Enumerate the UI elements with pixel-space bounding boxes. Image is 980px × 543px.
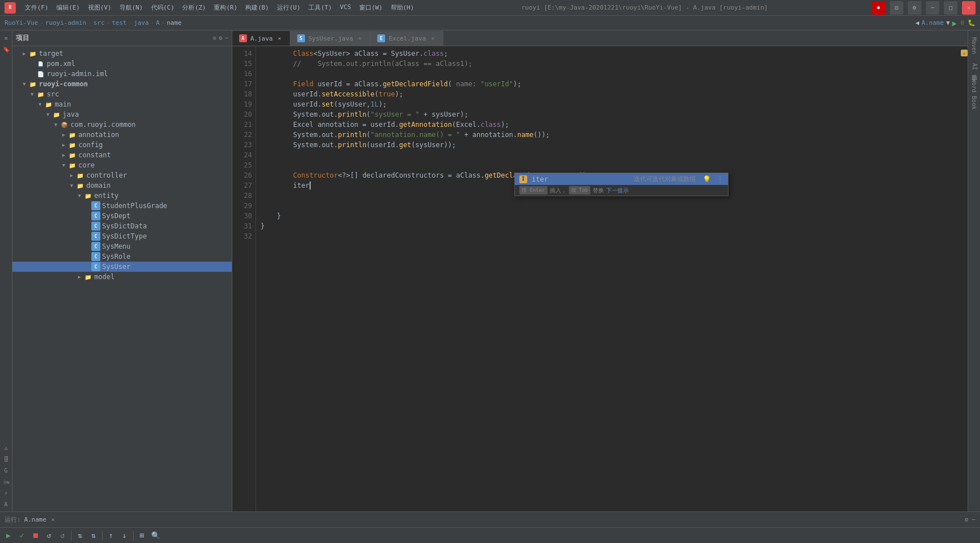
run-up-btn[interactable]: ↑	[105, 529, 117, 542]
tab-Excel-java[interactable]: E Excel.java ✕	[370, 31, 443, 46]
menu-file[interactable]: 文件(F)	[21, 2, 52, 13]
code-line-29	[261, 201, 955, 211]
code-content[interactable]: Class<SysUser> aClass = SysUser.class; /…	[256, 46, 960, 511]
tab-SysUser-java[interactable]: S SysUser.java ✕	[290, 31, 370, 46]
autocomplete-more-btn[interactable]: ⋮	[717, 175, 723, 183]
run-tab[interactable]: A.name ×	[24, 516, 55, 523]
tab-label-Excel: Excel.java	[389, 35, 426, 42]
tree-item-model[interactable]: ▶ 📁 model	[12, 272, 232, 282]
tree-item-core[interactable]: ▼ 📁 core	[12, 160, 232, 170]
tree-item-constant[interactable]: ▶ 📁 constant	[12, 150, 232, 160]
settings-btn[interactable]: ⚙	[908, 1, 921, 15]
tree-item-iml[interactable]: 📄 ruoyi-admin.iml	[12, 69, 232, 79]
tree-item-pom[interactable]: 📄 pom.xml	[12, 59, 232, 69]
structure-btn[interactable]: ≡	[1, 33, 11, 43]
tree-item-entity[interactable]: ▼ 📁 entity	[12, 191, 232, 201]
problems-btn[interactable]: ⚠	[1, 443, 11, 453]
tree-item-controller[interactable]: ▶ 📁 controller	[12, 170, 232, 180]
tree-item-SysMenu[interactable]: C SysMenu	[12, 241, 232, 251]
run-stop-btn[interactable]: ⏹	[29, 529, 42, 542]
code-line-24	[261, 150, 955, 160]
menu-code[interactable]: 代码(C)	[148, 2, 178, 13]
run-expand-btn[interactable]: ⊞	[136, 529, 148, 542]
ai-btn[interactable]: AI助手	[969, 59, 979, 74]
menu-vcs[interactable]: VCS	[337, 2, 355, 13]
aws-btn[interactable]: A	[1, 499, 11, 509]
run-check-btn[interactable]: ✓	[16, 529, 28, 542]
tab-A-java[interactable]: A A.java ✕	[232, 31, 290, 46]
tree-label-package: com.ruoyi.common	[70, 121, 136, 129]
tab-close-Excel[interactable]: ✕	[429, 35, 436, 42]
tree-item-config[interactable]: ▶ 📁 config	[12, 140, 232, 150]
tree-item-main[interactable]: ▼ 📁 main	[12, 99, 232, 109]
tree-item-SysUser[interactable]: C SysUser	[12, 262, 232, 272]
record-btn[interactable]: ●	[872, 1, 885, 15]
run-rerun-btn[interactable]: ↺	[43, 529, 55, 542]
menu-help[interactable]: 帮助(H)	[387, 2, 418, 13]
folder-icon-core: 📁	[68, 161, 77, 170]
menu-view[interactable]: 视图(V)	[85, 2, 115, 13]
tree-item-SysDictData[interactable]: C SysDictData	[12, 221, 232, 231]
breadcrumb-java[interactable]: java	[134, 19, 149, 27]
autocomplete-item-iter[interactable]: I iter 迭代可迭代对象或数组 💡 ⋮	[515, 173, 728, 185]
breadcrumb-test[interactable]: test	[112, 19, 127, 27]
menu-build[interactable]: 构建(B)	[242, 2, 272, 13]
arrow-entity: ▼	[76, 193, 83, 198]
close-btn[interactable]: ✕	[962, 1, 975, 15]
tree-item-SysDept[interactable]: C SysDept	[12, 211, 232, 221]
autocomplete-popup[interactable]: I iter 迭代可迭代对象或数组 💡 ⋮ 按 Enter 插入， 按 Tab …	[514, 173, 729, 196]
run-minimize-btn[interactable]: −	[972, 516, 975, 523]
tab-close-A[interactable]: ✕	[276, 35, 283, 42]
tree-item-StudentPlusGrade[interactable]: C StudentPlusGrade	[12, 201, 232, 211]
menu-run[interactable]: 运行(U)	[273, 2, 304, 13]
wordbook-btn[interactable]: Word Book	[970, 74, 978, 114]
run-filter-btn[interactable]: ⇅	[87, 529, 100, 542]
menu-edit[interactable]: 编辑(E)	[53, 2, 83, 13]
bookmark-btn[interactable]: 🔖	[1, 44, 11, 54]
run-down-btn[interactable]: ↓	[118, 529, 131, 542]
breadcrumb-root[interactable]: RuoYi-Vue	[5, 19, 38, 27]
run-sort-btn[interactable]: ⇅	[74, 529, 86, 542]
run-play-btn[interactable]: ▶	[2, 529, 15, 542]
menu-tools[interactable]: 工具(T)	[305, 2, 336, 13]
tree-item-java[interactable]: ▼ 📁 java	[12, 109, 232, 120]
sidebar-gear-btn[interactable]: ⚙	[219, 34, 223, 42]
maven-btn[interactable]: Maven	[970, 33, 978, 59]
minimize-btn[interactable]: −	[926, 1, 939, 15]
pip-btn[interactable]: ⊡	[890, 1, 903, 15]
tree-item-domain[interactable]: ▼ 📁 domain	[12, 180, 232, 191]
breadcrumb-src[interactable]: src	[94, 19, 105, 27]
sidebar-close-btn[interactable]: −	[224, 34, 228, 42]
run-config-dropdown[interactable]: ◀ A.name ▼ ▶ ⏸ 🐛	[916, 19, 975, 28]
run-tab-close[interactable]: ×	[51, 516, 55, 523]
gradle-btn[interactable]: G	[1, 465, 11, 475]
tab-close-SysUser[interactable]: ✕	[356, 35, 363, 42]
tree-item-target[interactable]: ▶ 📁 target	[12, 48, 232, 59]
endpoint-btn[interactable]: ⚡	[1, 488, 11, 498]
tree-item-common[interactable]: ▼ 📁 ruoyi-common	[12, 79, 232, 89]
menu-navigate[interactable]: 导航(N)	[116, 2, 147, 13]
run-search-btn[interactable]: 🔍	[149, 529, 162, 542]
maximize-btn[interactable]: □	[944, 1, 957, 15]
menu-window[interactable]: 窗口(W)	[356, 2, 386, 13]
tree-item-src[interactable]: ▼ 📁 src	[12, 89, 232, 99]
breadcrumb-admin[interactable]: ruoyi-admin	[45, 19, 86, 27]
breadcrumb-name[interactable]: name	[167, 19, 182, 27]
ant-btn[interactable]: 🐜	[1, 476, 11, 487]
autocomplete-lightbulb[interactable]: 💡	[703, 175, 711, 183]
db-btn[interactable]: 🗄	[1, 454, 11, 464]
breadcrumb-a[interactable]: A	[156, 19, 160, 27]
code-editor[interactable]: 14 15 16 17 18 19 20 21 22 23 24 25 26 2…	[232, 46, 968, 511]
sidebar-scope-btn[interactable]: ⊙	[213, 34, 217, 42]
hint-next[interactable]: 下一提示	[606, 187, 629, 195]
tree-item-SysDictType[interactable]: C SysDictType	[12, 231, 232, 241]
run-rerun-failed-btn[interactable]: ↺	[56, 529, 69, 542]
tree-item-SysRole[interactable]: C SysRole	[12, 251, 232, 262]
menu-refactor[interactable]: 重构(R)	[210, 2, 241, 13]
tree-item-annotation[interactable]: ▶ 📁 annotation	[12, 130, 232, 140]
sidebar-title: 项目	[16, 33, 29, 43]
tree-item-package[interactable]: ▼ 📦 com.ruoyi.common	[12, 120, 232, 130]
menu-analyze[interactable]: 分析(Z)	[179, 2, 209, 13]
tree-label-entity: entity	[94, 192, 118, 200]
run-settings-btn[interactable]: ⚙	[965, 516, 969, 523]
